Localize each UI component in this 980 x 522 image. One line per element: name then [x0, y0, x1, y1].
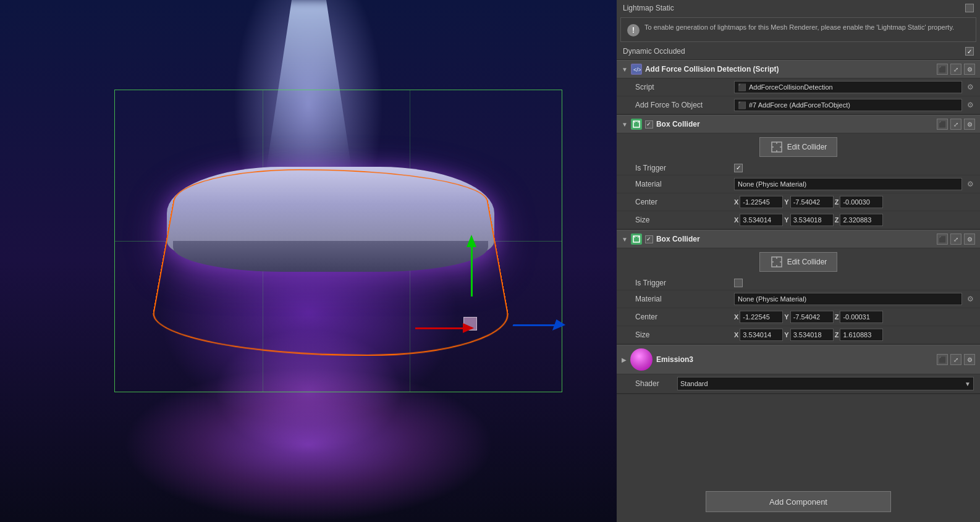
size-1-x-input[interactable]: [740, 214, 783, 226]
box-collider-2-arrow[interactable]: ▼: [622, 236, 628, 243]
center-1-z-input[interactable]: [840, 196, 883, 208]
emission-header: ▶ Emission3 ⬛ ⤢ ⚙: [617, 345, 980, 374]
add-force-gear-btn[interactable]: ⚙: [964, 64, 975, 75]
transform-handle-y: [471, 247, 473, 297]
box-collider-1-enable-checkbox[interactable]: [645, 120, 653, 128]
script-field[interactable]: ⬛ AddForceCollisionDetection: [734, 81, 962, 93]
is-trigger-1-checkbox[interactable]: [734, 164, 743, 172]
add-force-title: Add Force Collision Detection (Script): [645, 65, 934, 74]
size-1-label: Size: [635, 216, 734, 224]
is-trigger-2-checkbox[interactable]: [734, 279, 743, 287]
material-1-row: Material None (Physic Material) ⚙: [617, 175, 980, 193]
center-2-row: Center X Y Z: [617, 308, 980, 326]
scene-viewport[interactable]: [0, 0, 617, 522]
edit-collider-2-btn[interactable]: Edit Collider: [759, 252, 838, 272]
emission-save-btn[interactable]: ⬛: [937, 354, 948, 365]
box-collider-1-expand-btn[interactable]: ⤢: [950, 119, 961, 130]
emission-title: Emission3: [656, 355, 933, 364]
box-collider-2-buttons: ⬛ ⤢ ⚙: [937, 234, 975, 245]
shader-dropdown[interactable]: Standard ▼: [677, 377, 974, 390]
edit-collider-1-btn[interactable]: Edit Collider: [759, 137, 838, 157]
size-2-xyz: X Y Z: [734, 329, 974, 341]
material-2-value: None (Physic Material) ⚙: [734, 293, 974, 305]
material-2-field[interactable]: None (Physic Material): [734, 293, 962, 305]
add-force-object-field[interactable]: ⬛ #7 AddForce (AddForceToObject): [734, 99, 962, 111]
emission-section: ▶ Emission3 ⬛ ⤢ ⚙ Shader Standard ▼: [617, 345, 980, 394]
add-force-arrow[interactable]: ▼: [622, 66, 628, 73]
center-2-z-input[interactable]: [840, 311, 883, 323]
box-collider-2-gear-btn[interactable]: ⚙: [964, 234, 975, 245]
center-2-value: X Y Z: [734, 311, 974, 323]
size-2-y-input[interactable]: [790, 329, 834, 341]
center-1-x-input[interactable]: [740, 196, 783, 208]
box-collider-1-save-btn[interactable]: ⬛: [937, 119, 948, 130]
box-collider-1-arrow[interactable]: ▼: [622, 121, 628, 128]
add-force-section: ▼ </> Add Force Collision Detection (Scr…: [617, 60, 980, 115]
size-1-row: Size X Y Z: [617, 211, 980, 229]
box-collider-1-icon: [631, 119, 642, 130]
size-1-y-label: Y: [784, 216, 788, 224]
add-component-button[interactable]: Add Component: [706, 491, 891, 512]
add-force-object-icon: ⬛: [738, 101, 746, 109]
dynamic-occluded-row: Dynamic Occluded: [617, 43, 980, 59]
edit-collider-2-row: Edit Collider: [617, 248, 980, 276]
center-1-xyz: X Y Z: [734, 196, 974, 208]
edit-collider-2-label: Edit Collider: [787, 258, 827, 266]
script-field-text: AddForceCollisionDetection: [749, 83, 833, 91]
center-2-y-input[interactable]: [790, 311, 834, 323]
is-trigger-2-label: Is Trigger: [635, 279, 734, 287]
edit-collider-1-row: Edit Collider: [617, 133, 980, 161]
size-1-y-input[interactable]: [790, 214, 834, 226]
center-2-z-label: Z: [835, 313, 839, 321]
box-collider-2-save-btn[interactable]: ⬛: [937, 234, 948, 245]
add-force-expand-btn[interactable]: ⤢: [950, 64, 961, 75]
add-force-object-gear[interactable]: ⚙: [967, 101, 974, 109]
material-2-label: Material: [635, 295, 734, 303]
center-2-x-input[interactable]: [740, 311, 783, 323]
add-force-icon: </>: [631, 64, 642, 75]
edit-collider-1-icon-svg: [771, 141, 783, 153]
lightmap-row: Lightmap Static: [617, 0, 980, 16]
material-1-field[interactable]: None (Physic Material): [734, 178, 962, 190]
info-icon: !: [627, 24, 640, 36]
size-1-z-input[interactable]: [840, 214, 883, 226]
lightmap-checkbox[interactable]: [965, 4, 974, 12]
size-1-z-label: Z: [835, 216, 839, 224]
size-2-z-input[interactable]: [840, 329, 883, 341]
box-collider-2-expand-btn[interactable]: ⤢: [950, 234, 961, 245]
info-text: To enable generation of lightmaps for th…: [644, 23, 954, 32]
size-2-y-cell: Y: [784, 329, 833, 341]
size-2-x-label: X: [734, 331, 738, 339]
size-1-value: X Y Z: [734, 214, 974, 226]
add-force-buttons: ⬛ ⤢ ⚙: [937, 64, 975, 75]
center-1-y-input[interactable]: [790, 196, 834, 208]
lightmap-section: Lightmap Static ! To enable generation o…: [617, 0, 980, 60]
center-1-value: X Y Z: [734, 196, 974, 208]
size-2-x-input[interactable]: [740, 329, 783, 341]
svg-text:</>: </>: [633, 67, 641, 73]
lightmap-label: Lightmap Static: [623, 4, 960, 12]
size-2-label: Size: [635, 330, 734, 339]
box-collider-2-section: ▼ Box Collider ⬛ ⤢ ⚙: [617, 230, 980, 345]
emission-expand-btn[interactable]: ⤢: [950, 354, 961, 365]
center-1-x-label: X: [734, 198, 738, 206]
material-1-gear[interactable]: ⚙: [967, 180, 974, 188]
script-gear[interactable]: ⚙: [967, 83, 974, 91]
emission-arrow[interactable]: ▶: [622, 356, 627, 363]
emission-gear-btn[interactable]: ⚙: [964, 354, 975, 365]
transform-handle-z: [512, 324, 556, 326]
size-2-value: X Y Z: [734, 329, 974, 341]
dynamic-occluded-checkbox[interactable]: [965, 47, 974, 56]
box-collider-1-gear-btn[interactable]: ⚙: [964, 119, 975, 130]
emission-buttons: ⬛ ⤢ ⚙: [937, 354, 975, 365]
script-value-container: ⬛ AddForceCollisionDetection ⚙: [734, 81, 974, 93]
material-1-text: None (Physic Material): [738, 180, 806, 188]
material-2-gear[interactable]: ⚙: [967, 295, 974, 303]
edit-collider-2-icon: [770, 255, 784, 269]
box-collider-2-icon-svg: [632, 235, 641, 243]
box-collider-1-header: ▼ Box Collider ⬛ ⤢ ⚙: [617, 115, 980, 133]
add-force-save-btn[interactable]: ⬛: [937, 64, 948, 75]
box-collider-2-enable-checkbox[interactable]: [645, 235, 653, 243]
transform-handle-x: [415, 327, 465, 329]
box-collider-2-icon: [631, 234, 642, 245]
